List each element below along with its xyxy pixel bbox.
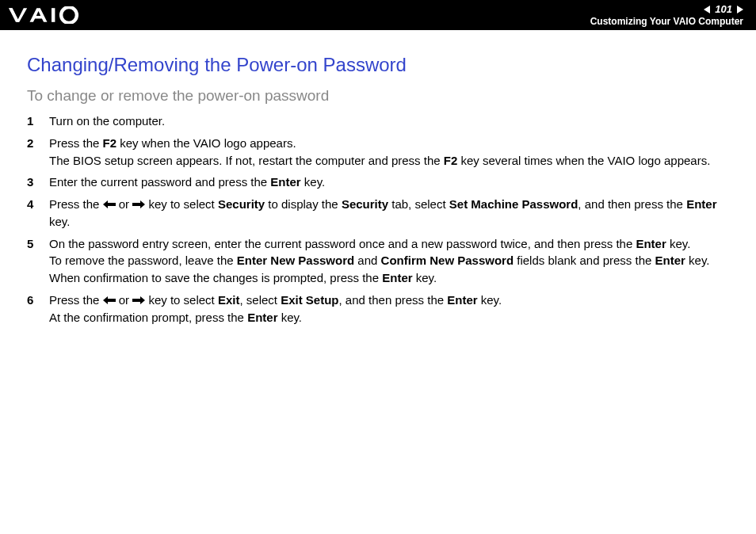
page-subtitle: To change or remove the power-on passwor… [27, 87, 729, 105]
step-number: 2 [27, 135, 49, 152]
svg-point-1 [61, 7, 77, 23]
prev-page-icon[interactable] [704, 6, 710, 13]
step-item: 1Turn on the computer. [27, 113, 729, 130]
arrow-left-icon [103, 296, 116, 304]
page-number: 101 [715, 3, 732, 16]
step-item: 5On the password entry screen, enter the… [27, 235, 729, 287]
step-body: Press the or key to select Exit, select … [49, 292, 729, 326]
page-title: Changing/Removing the Power-on Password [27, 54, 729, 76]
steps-list: 1Turn on the computer.2Press the F2 key … [27, 113, 729, 326]
step-number: 5 [27, 235, 49, 253]
page-nav: 101 [704, 3, 743, 16]
arrow-left-icon [103, 200, 116, 208]
step-body: Enter the current password and press the… [49, 174, 729, 191]
step-number: 3 [27, 174, 49, 191]
step-item: 6Press the or key to select Exit, select… [27, 292, 729, 326]
page-content: Changing/Removing the Power-on Password … [0, 30, 756, 326]
header-right: 101 Customizing Your VAIO Computer [590, 3, 743, 27]
header-bar: 101 Customizing Your VAIO Computer [0, 0, 756, 30]
step-body: On the password entry screen, enter the … [49, 235, 729, 287]
step-item: 4Press the or key to select Security to … [27, 196, 729, 231]
arrow-right-icon [132, 200, 145, 208]
next-page-icon[interactable] [737, 6, 743, 13]
step-number: 1 [27, 113, 49, 130]
vaio-logo [8, 0, 86, 30]
step-item: 2Press the F2 key when the VAIO logo app… [27, 135, 729, 170]
svg-rect-0 [52, 8, 55, 22]
arrow-right-icon [132, 296, 145, 304]
step-body: Press the F2 key when the VAIO logo appe… [49, 135, 729, 170]
step-body: Press the or key to select Security to d… [49, 196, 729, 231]
breadcrumb: Customizing Your VAIO Computer [590, 16, 743, 27]
step-item: 3Enter the current password and press th… [27, 174, 729, 191]
step-body: Turn on the computer. [49, 113, 729, 130]
step-number: 6 [27, 292, 49, 309]
step-number: 4 [27, 196, 49, 213]
